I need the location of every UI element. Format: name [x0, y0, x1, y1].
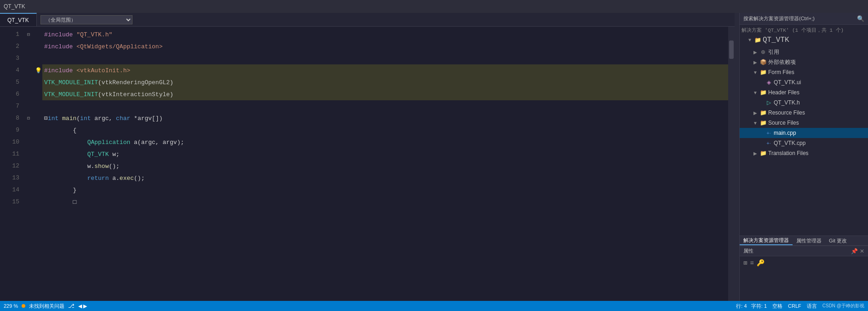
indicator-item-2 — [34, 40, 42, 52]
close-icon[interactable]: ✕ — [860, 248, 864, 254]
line-number-5: 5 — [0, 76, 19, 88]
indicator-item-9 — [34, 124, 42, 136]
pin-icon[interactable]: 📌 — [851, 248, 858, 254]
gutter-item-9 — [23, 124, 34, 136]
status-right: 行: 4 字符: 1 空格 CRLF 语言 CSDN @于峥的影视 — [736, 303, 864, 310]
gutter-item-1: ⊟ — [23, 29, 34, 40]
code-line-11: QT_VTK w; — [42, 148, 728, 160]
no-issues-text: 未找到相关问题 — [29, 303, 64, 310]
title-text: QT_VTK — [4, 3, 25, 10]
tree-label-3: QT_VTK.ui — [774, 79, 801, 86]
search-icon[interactable]: 🔍 — [857, 15, 864, 22]
code-lines[interactable]: #include "QT_VTK.h"#include <QtWidgets/Q… — [42, 27, 728, 301]
solution-label[interactable]: 解决方案 'QT_VTK' (1 个项目，共 1 个) — [740, 25, 868, 35]
tree-label-5: QT_VTK.h — [774, 99, 800, 106]
tree-item-4[interactable]: ▼📁Header Files — [740, 87, 868, 98]
properties-area: 属性 📌 ✕ ⊞ ≡ 🔑 — [740, 246, 868, 301]
tree-item-2[interactable]: ▼📁Form Files — [740, 67, 868, 77]
tree-item-1[interactable]: ▶📦外部依赖项 — [740, 57, 868, 67]
status-dot-icon — [22, 303, 25, 309]
line-number-13: 13 — [0, 172, 19, 184]
right-panel: 搜索解决方案资源管理器(Ctrl+;) 🔍 解决方案 'QT_VTK' (1 个… — [739, 13, 868, 301]
tree-label-1: 外部依赖项 — [768, 58, 796, 66]
panel-tab-1[interactable]: 属性管理器 — [793, 236, 825, 245]
gutter-item-6 — [23, 88, 34, 100]
gutter-item-8: ⊟ — [23, 112, 34, 124]
right-scrollbar[interactable] — [735, 13, 739, 301]
line-numbers: 123456789101112131415 — [0, 27, 23, 301]
tree-item-5[interactable]: ▷QT_VTK.h — [740, 98, 868, 108]
solution-tree: ▶⊕引用▶📦外部依赖项▼📁Form Files◈QT_VTK.ui▼📁Heade… — [740, 45, 868, 236]
indicator-item-11 — [34, 148, 42, 160]
title-bar: QT_VTK — [0, 0, 868, 13]
grid-icon[interactable]: ⊞ — [743, 259, 747, 267]
tree-icon-6: 📁 — [759, 109, 767, 116]
line-number-7: 7 — [0, 100, 19, 112]
indicator-item-14 — [34, 184, 42, 196]
tree-arrow-2: ▼ — [753, 70, 758, 75]
indicator-item-5 — [34, 76, 42, 88]
scope-dropdown[interactable]: （全局范围） — [40, 15, 132, 24]
status-bar: 229 % 未找到相关问题 ⎇ ◀ ▶ 行: 4 字符: 1 空格 CRLF 语… — [0, 301, 868, 311]
list-icon[interactable]: ≡ — [750, 259, 753, 267]
indicator-item-12 — [34, 160, 42, 172]
filter-icon[interactable]: 🔑 — [757, 259, 765, 267]
gutter-item-2 — [23, 40, 34, 52]
code-line-13: return a.exec(); — [42, 172, 728, 184]
code-line-15: □ — [42, 196, 728, 208]
tree-item-10[interactable]: ▶📁Translation Files — [740, 148, 868, 158]
tree-item-8[interactable]: +·main.cpp — [740, 128, 868, 138]
gutter-item-7 — [23, 100, 34, 112]
gutter-item-5 — [23, 76, 34, 88]
gutter-item-4 — [23, 64, 34, 76]
tree-arrow-6: ▶ — [753, 110, 758, 115]
tree-item-6[interactable]: ▶📁Resource Files — [740, 108, 868, 118]
indicator-item-4: 💡 — [34, 64, 42, 76]
tree-label-2: Form Files — [768, 69, 794, 75]
indicator-col: 💡 — [34, 27, 42, 301]
code-container: 123456789101112131415 ⊟⊟ 💡 #include "QT_… — [0, 27, 735, 301]
gutter-item-10 — [23, 136, 34, 148]
code-line-14: } — [42, 184, 728, 196]
project-label: QT_VTK — [763, 36, 789, 44]
tree-icon-2: 📁 — [759, 69, 767, 75]
indicator-item-10 — [34, 136, 42, 148]
project-icon: 📁 — [754, 37, 761, 44]
panel-tab-2[interactable]: Git 更改 — [825, 236, 851, 245]
indicator-item-6 — [34, 88, 42, 100]
row-col-info: 行: 4 字符: 1 — [736, 303, 767, 310]
indicator-item-8 — [34, 112, 42, 124]
tree-icon-0: ⊕ — [759, 49, 767, 55]
code-line-9: { — [42, 124, 728, 136]
tree-item-7[interactable]: ▼📁Source Files — [740, 118, 868, 128]
editor-area: QT_VTK （全局范围） 123456789101112131415 ⊟⊟ 💡… — [0, 13, 735, 301]
tree-arrow-4: ▼ — [753, 90, 758, 95]
tab-qt-vtk[interactable]: QT_VTK — [0, 13, 37, 26]
tree-arrow-0: ▶ — [753, 50, 758, 55]
mid-scrollbar[interactable] — [728, 27, 735, 301]
code-line-6: VTK_MODULE_INIT(vtkInteractionStyle) — [42, 88, 728, 100]
line-number-11: 11 — [0, 148, 19, 160]
project-item[interactable]: ▼ 📁 QT_VTK — [740, 35, 868, 45]
nav-arrows[interactable]: ◀ ▶ — [78, 303, 87, 309]
panel-tabs: 解决方案资源管理器属性管理器Git 更改 — [740, 236, 868, 246]
tree-item-9[interactable]: +·QT_VTK.cpp — [740, 138, 868, 148]
code-line-4: #include <vtkAutoInit.h> — [42, 64, 728, 76]
tree-arrow-10: ▶ — [753, 151, 758, 156]
fold-gutter: ⊟⊟ — [23, 27, 34, 301]
panel-tab-0[interactable]: 解决方案资源管理器 — [740, 236, 793, 245]
code-line-7 — [42, 100, 728, 112]
tree-item-3[interactable]: ◈QT_VTK.ui — [740, 77, 868, 87]
line-number-4: 4 — [0, 64, 19, 76]
bulb-icon[interactable]: 💡 — [35, 67, 42, 74]
properties-title: 属性 — [743, 248, 753, 254]
gutter-item-13 — [23, 172, 34, 184]
indicator-item-3 — [34, 52, 42, 64]
tree-label-10: Translation Files — [768, 150, 809, 156]
tree-icon-5: ▷ — [765, 99, 772, 106]
line-number-14: 14 — [0, 184, 19, 196]
line-number-10: 10 — [0, 136, 19, 148]
line-number-15: 15 — [0, 196, 19, 208]
line-number-12: 12 — [0, 160, 19, 172]
tree-item-0[interactable]: ▶⊕引用 — [740, 47, 868, 57]
